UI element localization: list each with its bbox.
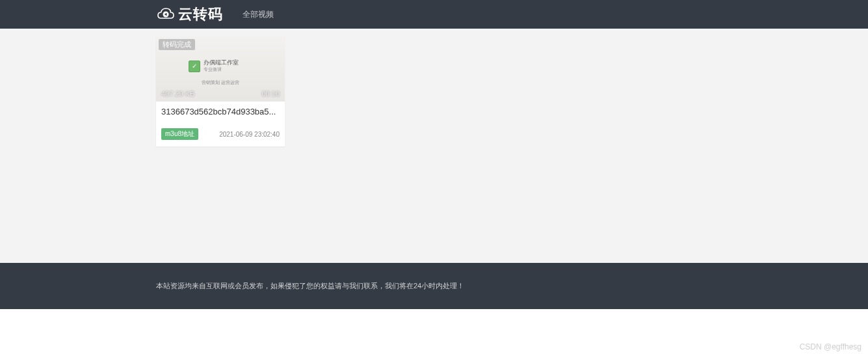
m3u8-address-button[interactable]: m3u8地址 — [161, 128, 198, 140]
footer-disclaimer: 本站资源均来自互联网或会员发布，如果侵犯了您的权益请与我们联系，我们将在24小时… — [156, 282, 464, 290]
nav-link-all-videos[interactable]: 全部视频 — [243, 9, 274, 20]
transcode-status-badge: 转码完成 — [159, 39, 195, 50]
video-filesize: 407.29 KB — [161, 90, 194, 98]
video-thumbnail[interactable]: 转码完成 ✓ 办偶端工作室 专业微课 营销策划 运营运营 407.29 KB 0… — [156, 36, 285, 102]
watermark-text: CSDN @egffhesg — [800, 342, 861, 351]
cloud-logo-icon — [156, 5, 176, 24]
brand-logo[interactable]: 云转码 — [156, 5, 223, 24]
thumb-bottom-subtext: 营销策划 运营运营 — [156, 79, 285, 86]
video-title: 3136673d562bcb74d933ba5... — [156, 102, 285, 116]
video-timestamp: 2021-06-09 23:02:40 — [219, 131, 280, 138]
thumb-center-graphic: ✓ 办偶端工作室 专业微课 — [189, 60, 239, 73]
brand-text: 云转码 — [178, 5, 223, 24]
video-duration: 00:10 — [261, 90, 280, 98]
thumb-center-title: 办偶端工作室 专业微课 — [204, 60, 239, 73]
video-card-footer: m3u8地址 2021-06-09 23:02:40 — [156, 116, 285, 146]
green-box-icon: ✓ — [189, 61, 200, 72]
top-navbar: 云转码 全部视频 — [0, 0, 868, 29]
content-area: 转码完成 ✓ 办偶端工作室 专业微课 营销策划 运营运营 407.29 KB 0… — [0, 29, 868, 263]
video-card[interactable]: 转码完成 ✓ 办偶端工作室 专业微课 营销策划 运营运营 407.29 KB 0… — [156, 36, 285, 146]
page-footer: 本站资源均来自互联网或会员发布，如果侵犯了您的权益请与我们联系，我们将在24小时… — [0, 263, 868, 309]
